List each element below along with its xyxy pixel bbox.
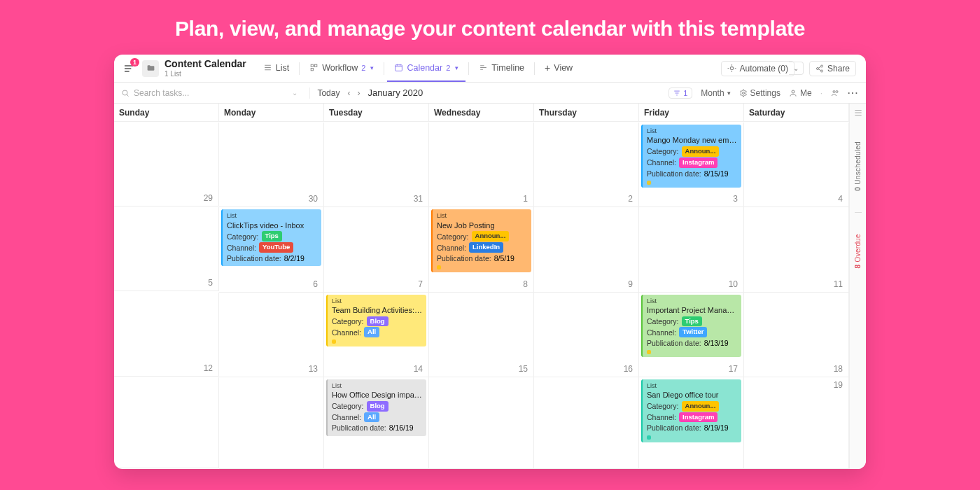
svg-point-11	[833, 90, 835, 92]
day-cell[interactable]: 5	[114, 207, 219, 291]
assignees-button[interactable]	[831, 89, 839, 97]
day-cell[interactable]	[219, 377, 324, 469]
category-tag: Announ...	[472, 231, 510, 241]
toolbar-divider	[309, 88, 310, 99]
rail-divider	[855, 212, 862, 213]
channel-tag: LinkedIn	[469, 242, 503, 253]
day-header-wed: Wednesday	[429, 104, 534, 122]
calendar: Sunday Monday Tuesday Wednesday Thursday…	[114, 104, 866, 469]
automate-label: Automate (0)	[740, 64, 788, 74]
rail-menu-icon[interactable]	[853, 108, 863, 120]
settings-button[interactable]: Settings	[739, 88, 780, 98]
day-number: 19	[834, 380, 843, 390]
day-number: 6	[313, 279, 318, 289]
card-pub-date: 8/19/19	[704, 423, 729, 433]
day-cell[interactable]	[534, 377, 639, 469]
event-card[interactable]: List How Office Design impacts Pr Catego…	[326, 379, 426, 436]
date-nav: ‹ ›	[345, 88, 362, 98]
day-cell[interactable]	[429, 377, 534, 469]
event-card[interactable]: List Mango Monday new employee Category:…	[641, 125, 741, 188]
card-list-label: List	[647, 297, 738, 305]
add-view-button[interactable]: + View	[538, 55, 580, 82]
card-field-label: Category:	[647, 401, 679, 411]
card-field-label: Channel:	[647, 328, 676, 337]
day-number: 12	[204, 363, 213, 373]
day-cell[interactable]: 13	[219, 293, 324, 377]
day-cell[interactable]: List How Office Design impacts Pr Catego…	[324, 377, 429, 469]
day-cell[interactable]: 15	[429, 293, 534, 377]
prev-period[interactable]: ‹	[345, 88, 352, 98]
card-field-label: Publication date:	[227, 253, 281, 263]
more-menu[interactable]: ···	[848, 88, 859, 98]
next-period[interactable]: ›	[355, 88, 362, 98]
card-field-label: Category:	[332, 316, 364, 326]
day-cell[interactable]: 9	[534, 207, 639, 292]
day-cell[interactable]: 19	[744, 377, 849, 469]
tab-workflow[interactable]: Workflow 2▾	[302, 55, 381, 82]
automate-button[interactable]: Automate (0)	[721, 61, 794, 76]
tab-divider	[468, 62, 469, 75]
day-cell[interactable]: List ClickTips video - Inbox Category:Ti…	[219, 207, 324, 292]
day-number: 4	[838, 194, 843, 204]
day-cell[interactable]: 29	[114, 122, 219, 206]
side-rail: 0 Unscheduled 8 Overdue	[849, 104, 866, 469]
day-cell[interactable]: 18	[744, 293, 849, 377]
tab-list-label: List	[276, 63, 289, 73]
tab-timeline[interactable]: Timeline	[472, 55, 531, 82]
date-label: January 2020	[368, 88, 423, 98]
day-cell[interactable]: List Important Project Management Catego…	[639, 293, 744, 377]
svg-point-10	[792, 90, 794, 93]
tab-calendar[interactable]: Calendar 2▾	[387, 55, 465, 82]
day-cell[interactable]: 1	[429, 122, 534, 207]
event-card[interactable]: List ClickTips video - Inbox Category:Ti…	[221, 209, 321, 266]
card-indicator	[647, 181, 651, 185]
tab-list[interactable]: List	[256, 55, 296, 82]
channel-tag: YouTube	[259, 242, 293, 253]
card-field-label: Publication date:	[647, 423, 701, 433]
day-cell[interactable]: 16	[534, 293, 639, 377]
card-field-label: Channel:	[647, 158, 676, 167]
day-cell[interactable]: 31	[324, 122, 429, 207]
day-number: 10	[729, 279, 738, 289]
rail-unscheduled[interactable]: 0 Unscheduled	[854, 141, 862, 191]
day-cell[interactable]: 2	[534, 122, 639, 207]
event-card[interactable]: List San Diego office tour Category:Anno…	[641, 379, 741, 442]
filter-button[interactable]: 1	[668, 88, 692, 99]
search-input[interactable]: Search tasks...	[121, 88, 189, 98]
day-cell[interactable]: 10	[639, 207, 744, 292]
event-card[interactable]: List New Job Posting Category:Announ... …	[431, 209, 531, 272]
day-number: 2	[628, 194, 633, 204]
add-view-label: View	[554, 63, 573, 73]
category-tag: Blog	[367, 316, 388, 327]
event-card[interactable]: List Important Project Management Catego…	[641, 295, 741, 358]
day-cell[interactable]: List Team Building Activities: 25 B Cate…	[324, 293, 429, 377]
view-mode-dropdown[interactable]: Month ▾	[701, 88, 730, 98]
day-cell[interactable]: 11	[744, 207, 849, 292]
day-cell[interactable]: List San Diego office tour Category:Anno…	[639, 377, 744, 469]
today-button[interactable]: Today	[317, 88, 340, 98]
view-tabs: List Workflow 2▾ Calendar 2▾ Timeline +	[256, 55, 580, 82]
card-list-label: List	[437, 211, 528, 220]
automate-dropdown[interactable]: ⌄	[789, 62, 804, 75]
rail-overdue-count: 8	[854, 264, 862, 268]
event-card[interactable]: List Team Building Activities: 25 B Cate…	[326, 295, 426, 347]
day-cell[interactable]: 7	[324, 207, 429, 292]
card-indicator	[332, 340, 336, 344]
day-number: 9	[628, 279, 633, 289]
day-cell[interactable]: List Mango Monday new employee Category:…	[639, 122, 744, 207]
day-cell[interactable]: 4	[744, 122, 849, 207]
search-dropdown[interactable]: ⌄	[287, 89, 302, 97]
share-button[interactable]: Share	[809, 61, 856, 76]
me-button[interactable]: Me	[789, 88, 812, 98]
day-cell[interactable]	[114, 377, 219, 468]
day-cell[interactable]: 12	[114, 293, 219, 377]
day-number: 14	[414, 364, 423, 374]
day-cell[interactable]: List New Job Posting Category:Announ... …	[429, 207, 534, 292]
day-cell[interactable]: 30	[219, 122, 324, 207]
search-placeholder: Search tasks...	[134, 88, 189, 98]
day-number: 18	[834, 364, 843, 374]
rail-overdue[interactable]: 8 Overdue	[854, 234, 862, 268]
card-field-label: Category:	[227, 232, 259, 241]
menu-button[interactable]: 1	[120, 59, 138, 78]
card-field-label: Publication date:	[647, 338, 701, 348]
